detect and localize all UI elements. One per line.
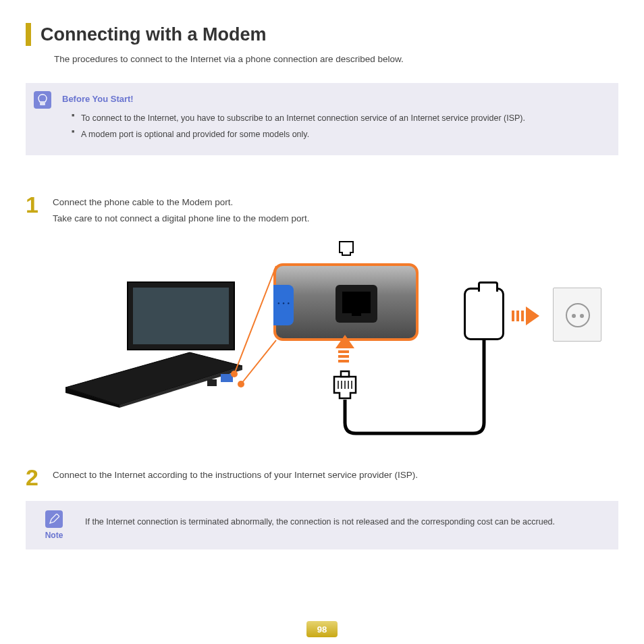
- title-accent-bar: [26, 23, 31, 46]
- modem-port: [336, 285, 377, 323]
- connection-diagram: [32, 239, 612, 441]
- note-text: If the Internet connection is terminated…: [85, 510, 555, 529]
- svg-rect-5: [221, 374, 233, 382]
- plug-arrow-icon: [512, 306, 539, 325]
- before-item: A modem port is optional and provided fo…: [72, 127, 605, 143]
- wall-plug-icon: [464, 288, 504, 340]
- svg-marker-1: [133, 288, 229, 344]
- before-you-start-box: Before You Start! To connect to the Inte…: [26, 83, 618, 155]
- step-number: 1: [26, 193, 49, 216]
- step-1-line2: Take care to not connect a digital phone…: [53, 213, 310, 223]
- before-heading: Before You Start!: [62, 94, 605, 104]
- step-text: Connect to the Internet according to the…: [53, 466, 418, 483]
- adjacent-port: [273, 285, 294, 325]
- step-1-line1: Connect the phone cable to the Modem por…: [53, 197, 233, 207]
- page-subtitle: The procedures to connect to the Interne…: [54, 54, 618, 64]
- rj11-port-icon: [337, 239, 356, 261]
- laptop-illustration: [65, 279, 248, 408]
- step-text: Connect the phone cable to the Modem por…: [53, 193, 310, 227]
- pencil-icon: [45, 510, 63, 528]
- page-title: Connecting with a Modem: [41, 24, 267, 45]
- rj11-plug-icon: [330, 369, 360, 405]
- page-number: 98: [306, 621, 338, 637]
- note-box: Note If the Internet connection is termi…: [26, 501, 618, 549]
- step-number: 2: [26, 466, 49, 489]
- modem-port-callout: [273, 263, 419, 341]
- before-item: To connect to the Internet, you have to …: [72, 111, 605, 127]
- note-label: Note: [45, 531, 63, 540]
- lightbulb-icon: [34, 91, 51, 109]
- wall-outlet-icon: [553, 288, 601, 342]
- svg-rect-6: [207, 379, 217, 386]
- before-list: To connect to the Internet, you have to …: [72, 111, 605, 143]
- title-row: Connecting with a Modem: [26, 23, 618, 46]
- step-2: 2 Connect to the Internet according to t…: [26, 466, 618, 489]
- insert-arrow-icon: [336, 335, 352, 363]
- step-1: 1 Connect the phone cable to the Modem p…: [26, 193, 618, 227]
